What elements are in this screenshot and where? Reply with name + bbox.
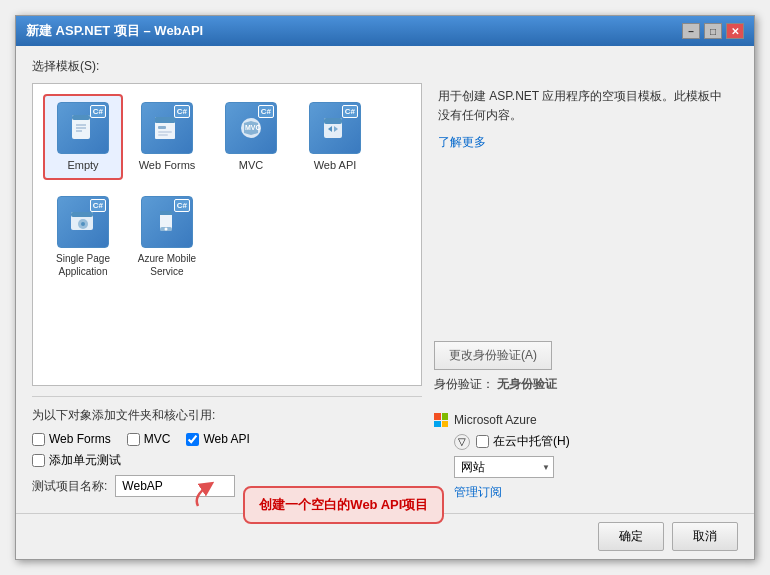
ms-logo-green [442, 413, 449, 420]
checkbox-webforms[interactable]: Web Forms [32, 432, 111, 446]
csharp-badge-webforms: C# [174, 105, 190, 118]
svg-text:MVC: MVC [245, 124, 261, 131]
manage-subscription-link[interactable]: 管理订阅 [434, 484, 738, 501]
checkbox-webapi[interactable]: Web API [186, 432, 249, 446]
template-item-spa[interactable]: C# Single PageApplication [43, 188, 123, 286]
close-button[interactable]: ✕ [726, 23, 744, 39]
cloud-expander[interactable]: ▽ [454, 434, 470, 450]
site-select-wrapper: 网站 ▼ [454, 456, 554, 478]
checkbox-unittest[interactable]: 添加单元测试 [32, 452, 121, 469]
svg-point-17 [81, 222, 85, 226]
csharp-badge-spa: C# [90, 199, 106, 212]
left-panel: C# Empty [32, 83, 422, 501]
site-select[interactable]: 网站 [454, 456, 554, 478]
template-label-mvc: MVC [239, 158, 263, 172]
unit-test-row: 添加单元测试 [32, 452, 422, 469]
checkbox-mvc-label: MVC [144, 432, 171, 446]
cloud-checkbox-row: ▽ 在云中托管(H) [434, 433, 738, 450]
template-label-spa: Single PageApplication [56, 252, 110, 278]
window-controls: – □ ✕ [682, 23, 744, 39]
ms-logo-blue [434, 421, 441, 428]
callout-text: 创建一个空白的Web API项目 [259, 497, 428, 512]
azure-header: Microsoft Azure [434, 413, 738, 427]
checkbox-row-refs: Web Forms MVC Web API [32, 432, 422, 446]
dialog-body: 选择模板(S): C# [16, 46, 754, 513]
test-name-label: 测试项目名称: [32, 478, 107, 495]
template-icon-mvc: C# MVC [225, 102, 277, 154]
csharp-badge-azure: C# [174, 199, 190, 212]
svg-rect-1 [72, 115, 90, 120]
select-template-label: 选择模板(S): [32, 58, 738, 75]
test-name-row: 测试项目名称: [32, 475, 422, 497]
title-bar: 新建 ASP.NET 项目 – WebAPI – □ ✕ [16, 16, 754, 46]
add-folders-label: 为以下对象添加文件夹和核心引用: [32, 407, 422, 424]
ms-logo-yellow [442, 421, 449, 428]
checkbox-unittest-label: 添加单元测试 [49, 452, 121, 469]
azure-section: Microsoft Azure ▽ 在云中托管(H) 网站 [434, 413, 738, 501]
cancel-button[interactable]: 取消 [672, 522, 738, 551]
checkbox-unittest-input[interactable] [32, 454, 45, 467]
csharp-badge-webapi: C# [342, 105, 358, 118]
checkbox-webapi-label: Web API [203, 432, 249, 446]
minimize-button[interactable]: – [682, 23, 700, 39]
auth-section: 更改身份验证(A) 身份验证： 无身份验证 [434, 341, 738, 393]
template-label-webapi: Web API [314, 158, 357, 172]
svg-rect-8 [158, 131, 172, 133]
description-text: 用于创建 ASP.NET 应用程序的空项目模板。此模板中没有任何内容。 [438, 89, 722, 122]
template-item-webapi[interactable]: C# Web API [295, 94, 375, 180]
right-panel: 用于创建 ASP.NET 应用程序的空项目模板。此模板中没有任何内容。 了解更多… [434, 83, 738, 501]
description-box: 用于创建 ASP.NET 应用程序的空项目模板。此模板中没有任何内容。 了解更多 [434, 83, 738, 157]
change-auth-button[interactable]: 更改身份验证(A) [434, 341, 552, 370]
template-icon-azure-mobile: C# [141, 196, 193, 248]
maximize-button[interactable]: □ [704, 23, 722, 39]
svg-rect-9 [158, 134, 168, 136]
dialog-title: 新建 ASP.NET 项目 – WebAPI [26, 22, 203, 40]
azure-title: Microsoft Azure [454, 413, 537, 427]
callout-arrow-svg [188, 476, 248, 516]
main-content: C# Empty [32, 83, 738, 501]
checkbox-webforms-label: Web Forms [49, 432, 111, 446]
svg-rect-19 [160, 211, 172, 215]
svg-rect-6 [155, 117, 175, 123]
template-icon-webapi: C# [309, 102, 361, 154]
learn-more-link[interactable]: 了解更多 [438, 133, 734, 152]
cloud-checkbox-label[interactable]: 在云中托管(H) [476, 433, 570, 450]
main-dialog: 新建 ASP.NET 项目 – WebAPI – □ ✕ 选择模板(S): C# [15, 15, 755, 560]
template-icon-webforms: C# [141, 102, 193, 154]
svg-point-21 [165, 228, 168, 231]
ms-logo-red [434, 413, 441, 420]
cloud-label-text: 在云中托管(H) [493, 433, 570, 450]
checkbox-mvc[interactable]: MVC [127, 432, 171, 446]
template-label-webforms: Web Forms [139, 158, 196, 172]
csharp-badge: C# [90, 105, 106, 118]
csharp-badge-mvc: C# [258, 105, 274, 118]
site-dropdown: 网站 ▼ [434, 456, 738, 478]
auth-value: 无身份验证 [497, 377, 557, 391]
svg-rect-13 [324, 118, 342, 124]
checkbox-mvc-input[interactable] [127, 433, 140, 446]
template-item-azure-mobile[interactable]: C# Azure MobileService [127, 188, 207, 286]
template-grid: C# Empty [43, 94, 411, 286]
svg-rect-15 [71, 212, 93, 217]
template-grid-container: C# Empty [32, 83, 422, 386]
cloud-checkbox-input[interactable] [476, 435, 489, 448]
svg-rect-7 [158, 126, 166, 129]
template-item-webforms[interactable]: C# Web Forms [127, 94, 207, 180]
auth-label: 身份验证： [434, 377, 494, 391]
checkbox-webforms-input[interactable] [32, 433, 45, 446]
template-label-azure-mobile: Azure MobileService [138, 252, 196, 278]
callout-balloon: 创建一个空白的Web API项目 [243, 486, 444, 524]
auth-info: 身份验证： 无身份验证 [434, 376, 738, 393]
template-item-mvc[interactable]: C# MVC MVC [211, 94, 291, 180]
template-label-empty: Empty [67, 158, 98, 172]
template-item-empty[interactable]: C# Empty [43, 94, 123, 180]
template-icon-spa: C# [57, 196, 109, 248]
checkbox-webapi-input[interactable] [186, 433, 199, 446]
ok-button[interactable]: 确定 [598, 522, 664, 551]
bottom-section: 为以下对象添加文件夹和核心引用: Web Forms MVC Web AP [32, 396, 422, 501]
microsoft-logo [434, 413, 448, 427]
template-icon-empty: C# [57, 102, 109, 154]
